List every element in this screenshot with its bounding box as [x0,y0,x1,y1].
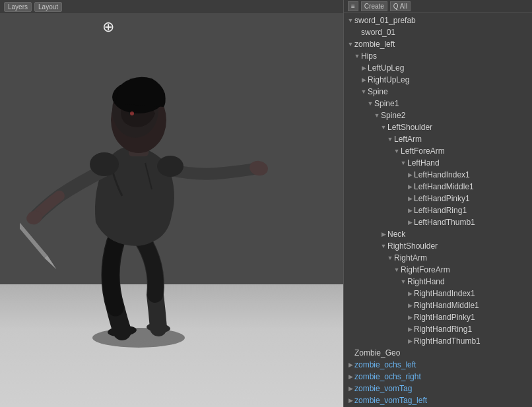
tree-arrow-icon: ▶ [406,172,414,178]
tree-arrow-icon: ▼ [399,278,407,285]
tree-item-label: RightHandIndex1 [414,289,475,298]
tree-arrow-icon: ▼ [373,112,381,119]
svg-point-0 [92,328,185,348]
tree-arrow-icon: ▶ [406,302,414,309]
tree-item-label: sword_01 [361,28,395,37]
tree-arrow-icon: ▶ [406,326,414,332]
layers-button[interactable]: Layers [4,2,32,12]
tree-arrow-icon: ▼ [366,100,374,107]
tree-item-label: RightUpLeg [368,75,409,84]
tree-item-Spine[interactable]: ▼Spine [344,86,532,98]
tree-item-LeftHandMiddle1[interactable]: ▶LeftHandMiddle1 [344,181,532,193]
tree-item-RightHandMiddle1[interactable]: ▶RightHandMiddle1 [344,299,532,311]
tree-item-LeftArm[interactable]: ▼LeftArm [344,133,532,145]
tree-item-label: sword_01_prefab [354,16,416,25]
tree-arrow-icon: ▶ [360,65,368,71]
tree-item-label: RightHand [407,277,445,286]
tree-item-zombie_ochs_right[interactable]: ▶zombie_ochs_right [344,371,532,383]
hierarchy-toolbar: ≡ Create Q All [344,0,532,13]
tree-item-zombie_vomTag[interactable]: ▶zombie_vomTag [344,383,532,394]
tree-item-Neck[interactable]: ▶Neck [344,228,532,240]
viewport-panel[interactable]: ⊕ x - z Layers Layout [0,0,343,407]
camera-person-icon: ⊕ [102,18,114,36]
tree-item-label: Spine1 [374,99,399,108]
tree-item-LeftHand[interactable]: ▼LeftHand [344,157,532,169]
tree-item-LeftHandPinky1[interactable]: ▶LeftHandPinky1 [344,193,532,204]
tree-arrow-icon: ▼ [393,148,401,154]
svg-point-14 [130,111,134,115]
tree-item-label: zombie_vomTag [354,384,412,393]
tree-item-label: LeftShoulder [387,123,432,132]
tree-item-LeftHandThumb1[interactable]: ▶LeftHandThumb1 [344,216,532,228]
tree-item-LeftHandIndex1[interactable]: ▶LeftHandIndex1 [344,169,532,181]
tree-arrow-icon: ▶ [347,361,354,368]
zombie-character [20,31,277,354]
tree-item-label: RightHandMiddle1 [414,301,479,310]
tree-item-zombie_vomTag_left[interactable]: ▶zombie_vomTag_left [344,394,532,406]
tree-arrow-icon: ▶ [406,195,414,202]
hierarchy-search-button[interactable]: Q All [390,1,411,11]
tree-item-LeftForeArm[interactable]: ▼LeftForeArm [344,145,532,157]
tree-arrow-icon: ▼ [393,266,401,273]
tree-item-LeftUpLeg[interactable]: ▶LeftUpLeg [344,62,532,74]
tree-item-label: Spine [368,87,388,96]
tree-item-RightShoulder[interactable]: ▼RightShoulder [344,240,532,252]
tree-arrow-icon: ▶ [347,373,354,380]
tree-item-RightArm[interactable]: ▼RightArm [344,252,532,264]
tree-item-label: LeftHandPinky1 [414,194,470,203]
tree-item-RightHandThumb1[interactable]: ▶RightHandThumb1 [344,335,532,347]
tree-item-sword_01_prefab[interactable]: ▼sword_01_prefab [344,15,532,26]
tree-item-label: LeftHand [407,158,440,168]
layout-button[interactable]: Layout [34,2,62,12]
svg-point-16 [157,156,183,177]
tree-arrow-icon: ▶ [406,183,414,190]
tree-item-RightHandRing1[interactable]: ▶RightHandRing1 [344,323,532,335]
tree-item-label: RightHandRing1 [414,325,472,334]
tree-item-label: LeftUpLeg [368,63,404,73]
tree-item-LeftShoulder[interactable]: ▼LeftShoulder [344,121,532,133]
tree-arrow-icon: ▼ [380,124,387,131]
tree-item-label: Spine2 [381,111,405,120]
tree-item-label: LeftArm [394,135,422,144]
tree-arrow-icon: ▼ [399,160,407,166]
tree-item-label: Hips [361,51,377,61]
tree-item-Spine2[interactable]: ▼Spine2 [344,110,532,121]
svg-point-15 [90,152,119,176]
tree-arrow-icon: ▶ [406,338,414,344]
tree-item-RightHandIndex1[interactable]: ▶RightHandIndex1 [344,288,532,299]
tree-item-zombie_ochs_left[interactable]: ▶zombie_ochs_left [344,359,532,371]
tree-arrow-icon: ▼ [380,243,387,249]
hierarchy-panel: ≡ Create Q All ▼sword_01_prefabsword_01▼… [343,0,532,407]
tree-item-Hips[interactable]: ▼Hips [344,50,532,62]
tree-item-LeftHandRing1[interactable]: ▶LeftHandRing1 [344,204,532,216]
tree-arrow-icon: ▶ [347,397,354,404]
tree-item-Spine1[interactable]: ▼Spine1 [344,98,532,110]
tree-item-label: RightArm [394,253,427,263]
tree-item-label: LeftHandIndex1 [414,170,470,179]
tree-item-RightUpLeg[interactable]: ▶RightUpLeg [344,74,532,86]
viewport-toolbar: Layers Layout [0,0,343,13]
svg-marker-5 [44,255,58,270]
hierarchy-menu-button[interactable]: ≡ [348,1,358,11]
tree-item-Zombie_Geo[interactable]: Zombie_Geo [344,347,532,359]
tree-item-label: RightHandPinky1 [414,313,475,322]
tree-arrow-icon: ▼ [347,41,354,47]
tree-item-label: Neck [387,230,405,239]
tree-arrow-icon: ▼ [353,53,361,59]
tree-item-label: zombie_vomTag_left [354,396,427,405]
tree-item-RightForeArm[interactable]: ▼RightForeArm [344,264,532,276]
tree-item-label: zombie_left [354,40,395,49]
tree-item-label: RightHandThumb1 [414,336,481,346]
tree-item-RightHand[interactable]: ▼RightHand [344,276,532,288]
hierarchy-content[interactable]: ▼sword_01_prefabsword_01▼zombie_left▼Hip… [344,13,532,407]
tree-item-label: RightShoulder [387,241,438,251]
hierarchy-create-button[interactable]: Create [361,1,387,11]
tree-arrow-icon: ▶ [406,314,414,321]
tree-arrow-icon: ▼ [360,88,368,95]
tree-arrow-icon: ▼ [347,17,354,24]
tree-item-RightHandPinky1[interactable]: ▶RightHandPinky1 [344,311,532,323]
tree-item-zombie_left[interactable]: ▼zombie_left [344,38,532,50]
tree-arrow-icon: ▼ [386,136,394,142]
tree-item-sword_01[interactable]: sword_01 [344,26,532,38]
tree-item-label: LeftHandMiddle1 [414,182,474,191]
